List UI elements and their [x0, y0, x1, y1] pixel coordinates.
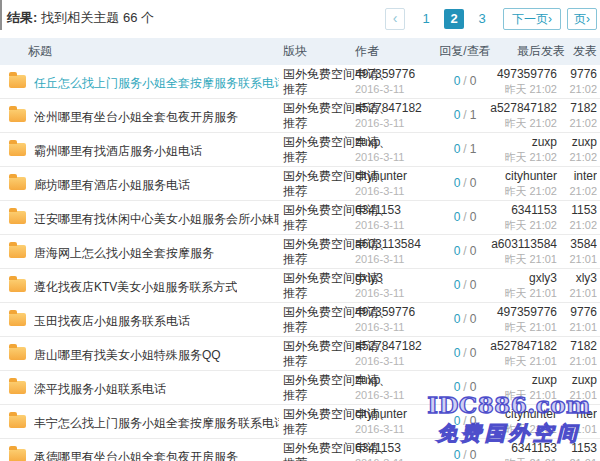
pagination-next-button[interactable]: 下一页›	[503, 8, 561, 30]
last-post-user-link[interactable]: cityhunter	[504, 407, 557, 422]
author-cell: zuxp 2016-3-11	[355, 135, 404, 165]
last-post-user-partial: 7182	[557, 339, 597, 354]
replies-views-separator: /	[463, 414, 466, 428]
last-post-user-partial: 9776	[557, 67, 597, 82]
table-row: 霸州哪里有找酒店服务小姐电话 国外免费空间申请、 推荐 zuxp 2016-3-…	[0, 133, 600, 167]
last-post-cell: cityhunter 昨天 21:02	[504, 169, 557, 199]
last-post-user-link[interactable]: a527847182	[490, 339, 557, 354]
last-post-user-partial: inter	[557, 169, 597, 184]
author-cell: 6341153 2016-3-11	[355, 441, 404, 461]
view-count: 0	[470, 244, 477, 258]
pagination-page-2[interactable]: 2	[444, 9, 464, 29]
thread-title-link[interactable]: 玉田找夜店小姐服务联系电话	[34, 313, 190, 330]
replies-views-separator: /	[463, 448, 466, 461]
post-date: 2016-3-11	[355, 252, 421, 267]
author-cell: 497359776 2016-3-11	[355, 67, 415, 97]
author-link[interactable]: 6341153	[355, 441, 404, 456]
folder-icon	[9, 313, 26, 326]
author-link[interactable]: cityhunter	[355, 169, 407, 184]
last-post-user-partial: 9776	[557, 305, 597, 320]
last-post-duplicate-strip: nter 21:01	[557, 407, 597, 437]
thread-title-link[interactable]: 任丘怎么找上门服务小姐全套按摩服务联系电话	[34, 75, 279, 92]
table-row: 任丘怎么找上门服务小姐全套按摩服务联系电话 国外免费空间申请、 推荐 49735…	[0, 65, 600, 99]
thread-title-link[interactable]: 霸州哪里有找酒店服务小姐电话	[34, 143, 202, 160]
author-link[interactable]: a527847182	[355, 101, 422, 116]
pagination-prev-icon[interactable]: ‹	[385, 8, 405, 30]
thread-title-link[interactable]: 唐海网上怎么找小姐全套按摩服务	[34, 245, 214, 262]
author-cell: a527847182 2016-3-11	[355, 339, 422, 369]
replies-views-cell: 0/0	[425, 414, 505, 428]
post-date: 2016-3-11	[355, 320, 415, 335]
replies-views-cell: 0/0	[425, 74, 505, 88]
last-post-time: 昨天 21:01	[491, 252, 557, 267]
table-row: 唐山哪里有找美女小姐特殊服务QQ 国外免费空间申请、 推荐 a527847182…	[0, 337, 600, 371]
table-row: 迁安哪里有找休闲中心美女小姐服务会所小妹联系方式 国外免费空间申请、 推荐 63…	[0, 201, 600, 235]
thread-title-link[interactable]: 沧州哪里有坐台小姐全套包夜开房服务	[34, 109, 238, 126]
last-post-user-link[interactable]: zuxp	[504, 373, 557, 388]
author-link[interactable]: 6341153	[355, 203, 404, 218]
thread-title-link[interactable]: 承德哪里有坐台小姐全套包夜开房服务	[34, 449, 238, 461]
last-post-time-partial: 21:01	[557, 320, 597, 335]
last-post-user-link[interactable]: cityhunter	[504, 169, 557, 184]
replies-views-separator: /	[463, 74, 466, 88]
replies-views-separator: /	[463, 380, 466, 394]
thread-title-link[interactable]: 滦平找服务小姐联系电话	[34, 381, 166, 398]
author-link[interactable]: gxly3	[355, 271, 404, 286]
last-post-cell: a527847182 昨天 21:02	[490, 101, 557, 131]
folder-icon	[9, 143, 26, 156]
replies-views-separator: /	[463, 176, 466, 190]
last-post-duplicate-strip: 7182 21:02	[557, 101, 597, 131]
last-post-time-partial: 21:01	[557, 456, 597, 461]
author-link[interactable]: zuxp	[355, 135, 404, 150]
reply-count: 0	[454, 448, 461, 461]
author-link[interactable]: a527847182	[355, 339, 422, 354]
forum-name-line2: 推荐	[283, 388, 307, 402]
last-post-time-partial: 21:01	[557, 286, 597, 301]
last-post-user-link[interactable]: 6341153	[504, 441, 557, 456]
view-count: 1	[470, 108, 477, 122]
post-date: 2016-3-11	[355, 422, 407, 437]
table-row: 丰宁怎么找上门服务小姐全套按摩服务联系电话 国外免费空间申请、 推荐 cityh…	[0, 405, 600, 439]
thread-title-link[interactable]: 丰宁怎么找上门服务小姐全套按摩服务联系电话	[34, 415, 279, 432]
author-link[interactable]: 497359776	[355, 67, 415, 82]
last-post-user-link[interactable]: a527847182	[490, 101, 557, 116]
folder-icon	[9, 245, 26, 258]
reply-count: 0	[454, 74, 461, 88]
last-post-user-link[interactable]: gxly3	[504, 271, 557, 286]
author-link[interactable]: a603113584	[355, 237, 421, 252]
last-post-duplicate-strip: zuxp 21:01	[557, 373, 597, 403]
pagination-page-1[interactable]: 1	[416, 9, 436, 29]
replies-views-cell: 0/0	[425, 448, 505, 461]
view-count: 1	[470, 142, 477, 156]
last-post-time: 昨天 21:01	[504, 286, 557, 301]
author-link[interactable]: cityhunter	[355, 407, 407, 422]
last-post-duplicate-strip: 3584 21:01	[557, 237, 597, 267]
search-results-page: 结果:找到相关主题 66 个 ‹ 123 下一页› 页› 标题 版块 作者 回复…	[0, 0, 600, 461]
last-post-time-partial: 21:02	[557, 116, 597, 131]
last-post-user-partial: xly3	[557, 271, 597, 286]
view-count: 0	[470, 380, 477, 394]
last-post-user-link[interactable]: a603113584	[491, 237, 557, 252]
last-post-user-link[interactable]: 497359776	[497, 305, 557, 320]
forum-name-line2: 推荐	[283, 252, 307, 266]
author-link[interactable]: 497359776	[355, 305, 415, 320]
replies-views-separator: /	[463, 346, 466, 360]
thread-title-link[interactable]: 遵化找夜店KTV美女小姐服务联系方式	[34, 279, 237, 296]
thread-title-link[interactable]: 迁安哪里有找休闲中心美女小姐服务会所小妹联系方式	[34, 211, 279, 228]
thread-title-link[interactable]: 唐山哪里有找美女小姐特殊服务QQ	[34, 347, 221, 364]
last-post-user-link[interactable]: 497359776	[497, 67, 557, 82]
view-count: 0	[470, 346, 477, 360]
pagination-page-3[interactable]: 3	[472, 9, 492, 29]
last-post-cell: cityhunter 昨天 21:01	[504, 407, 557, 437]
folder-icon	[9, 211, 26, 224]
last-post-user-link[interactable]: 6341153	[504, 203, 557, 218]
last-post-duplicate-strip: 9776 21:02	[557, 67, 597, 97]
pagination-partial-button[interactable]: 页›	[567, 8, 597, 30]
header-last-post-partial: 发表	[573, 38, 597, 65]
post-date: 2016-3-11	[355, 456, 404, 461]
author-link[interactable]: zuxp	[355, 373, 404, 388]
thread-title-link[interactable]: 廊坊哪里有酒店小姐服务电话	[34, 177, 190, 194]
reply-count: 0	[454, 244, 461, 258]
post-date: 2016-3-11	[355, 354, 422, 369]
last-post-user-link[interactable]: zuxp	[504, 135, 557, 150]
